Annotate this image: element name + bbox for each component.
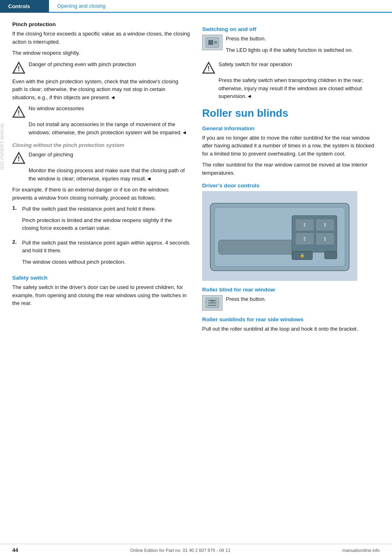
roller-sunblinds-side-title: Roller sunblinds for rear side windows	[202, 316, 380, 322]
roller-sun-blinds-section: Roller sun blinds General information If…	[202, 107, 380, 177]
svg-text:⬆: ⬆	[323, 222, 327, 228]
drivers-door-image: ⬆ ⬆ ⬆ ⬆ 🔒	[202, 191, 357, 281]
safety-switch-section: Safety switch The safety switch in the d…	[12, 275, 190, 307]
svg-rect-7	[208, 40, 213, 45]
step-2-sub: The window closes without pinch protecti…	[22, 258, 190, 266]
svg-text:!: !	[18, 109, 20, 116]
roller-blind-rear-para: Press the button.	[226, 295, 266, 303]
step-2: 2. Pull the switch past the resistance p…	[12, 239, 190, 269]
roller-sunblinds-side-section: Roller sunblinds for rear side windows P…	[202, 316, 380, 333]
warning-text-3: Danger of pinching Monitor the closing p…	[29, 151, 190, 182]
safety-switch-para: The safety switch in the driver's door c…	[12, 283, 190, 307]
drivers-door-title: Driver's door controls	[202, 182, 380, 189]
warning-text-2: No window accessories Do not install any…	[29, 105, 190, 136]
switching-title: Switching on and off	[202, 26, 380, 32]
switching-icon-row: Press the button. The LED lights up if t…	[202, 35, 380, 57]
header-opening-closing-tab: Opening and closing	[49, 0, 392, 13]
roller-blind-rear-section: Roller blind for rear window Press the b…	[202, 287, 380, 311]
closing-section-title: Closing without the pinch protection sys…	[12, 142, 190, 148]
warning-box-2: ! No window accessories Do not install a…	[12, 105, 190, 136]
warning-icon-1: !	[12, 61, 25, 74]
warning-box-3: ! Danger of pinching Monitor the closing…	[12, 151, 190, 182]
step-1: 1. Pull the switch past the resistance p…	[12, 205, 190, 236]
pinch-protection-section: Pinch protection If the closing force ex…	[12, 21, 190, 136]
general-info-title: General information	[202, 125, 380, 131]
roller-blind-icon-row: Press the button.	[202, 295, 380, 311]
safety-button-icon	[202, 35, 223, 50]
switching-section: Switching on and off Press the button. T…	[202, 26, 380, 100]
svg-text:⬆: ⬆	[302, 222, 307, 228]
svg-text:🔒: 🔒	[300, 253, 305, 258]
closing-section: Closing without the pinch protection sys…	[12, 142, 190, 269]
page-header: Controls Opening and closing	[0, 0, 392, 13]
header-opening-closing-label: Opening and closing	[57, 3, 106, 9]
warning-icon-2: !	[12, 105, 25, 118]
drivers-door-section: Driver's door controls	[202, 182, 380, 281]
pinch-protection-title: Pinch protection	[12, 21, 190, 27]
online-edition-text: Online Edition for Part no. 01 40 2 607 …	[130, 548, 230, 553]
switching-text: Press the button. The LED lights up if t…	[226, 35, 353, 57]
roller-blind-button-icon	[202, 295, 223, 311]
roller-blind-rear-title: Roller blind for rear window	[202, 287, 380, 293]
warning-text-1: Danger of pinching even with pinch prote…	[29, 60, 136, 69]
step-1-content: Pull the switch past the resistance poin…	[22, 205, 190, 236]
step-2-num: 2.	[12, 239, 19, 269]
svg-text:!: !	[18, 65, 20, 72]
step-1-text: Pull the switch past the resistance poin…	[22, 205, 190, 213]
watermark-text: manualsonline.info	[342, 548, 380, 553]
step-2-content: Pull the switch past the resistance poin…	[22, 239, 190, 269]
svg-text:⬆: ⬆	[302, 236, 307, 242]
header-controls-label: Controls	[8, 3, 30, 9]
left-column: Pinch protection If the closing force ex…	[12, 21, 190, 336]
pinch-protection-para3: Even with the pinch protection system, c…	[12, 78, 190, 102]
pinch-protection-para1: If the closing force exceeds a specific …	[12, 30, 190, 46]
page-footer: 44 Online Edition for Part no. 01 40 2 6…	[0, 544, 392, 556]
svg-rect-26	[325, 251, 337, 259]
switching-para1: Press the button.	[226, 35, 353, 43]
roller-general-para1: If you are no longer able to move the ro…	[202, 134, 380, 158]
warning-icon-3: !	[12, 151, 25, 165]
page-number: 44	[12, 547, 18, 553]
main-content: Pinch protection If the closing force ex…	[0, 13, 392, 353]
step-2-text: Pull the switch past the resistance poin…	[22, 239, 190, 255]
warning-icon-4: !	[202, 61, 215, 74]
step-1-num: 1.	[12, 205, 19, 236]
roller-general-para2: The roller sunblind for the rear window …	[202, 161, 380, 177]
svg-text:⬆: ⬆	[323, 236, 327, 242]
svg-point-8	[214, 41, 217, 44]
pinch-protection-para2: The window reopens slightly.	[12, 49, 190, 57]
safety-switch-title: Safety switch	[12, 275, 190, 281]
svg-text:!: !	[207, 65, 209, 72]
right-column: Switching on and off Press the button. T…	[202, 21, 380, 336]
roller-sun-blinds-title: Roller sun blinds	[202, 107, 380, 120]
warning-box-4: ! Safety switch for rear operation Press…	[202, 60, 380, 100]
header-controls-tab: Controls	[0, 0, 49, 13]
roller-sunblinds-side-para: Pull out the roller sunblind at the loop…	[202, 325, 380, 333]
warning-box-1: ! Danger of pinching even with pinch pro…	[12, 60, 190, 74]
svg-rect-14	[218, 240, 300, 254]
step-1-sub: Pinch protection is limited and the wind…	[22, 216, 190, 232]
warning-text-4: Safety switch for rear operation Press t…	[218, 60, 380, 100]
closing-para4: For example, if there is an external dan…	[12, 186, 190, 202]
svg-text:!: !	[18, 156, 20, 162]
switching-para2: The LED lights up if the safety function…	[226, 46, 353, 54]
